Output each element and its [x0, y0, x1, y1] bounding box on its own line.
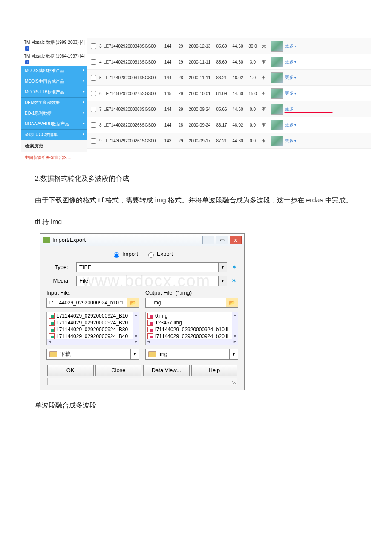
row-thumbnail[interactable]: [271, 120, 283, 130]
scrollbar-horizontal[interactable]: [47, 339, 139, 345]
row-checkbox[interactable]: [91, 75, 96, 81]
input-browse-button[interactable]: 📂: [127, 298, 139, 308]
row-more-link[interactable]: 更多: [283, 43, 299, 49]
list-item[interactable]: 0.img: [146, 312, 238, 319]
row-thumbnail[interactable]: [271, 41, 283, 52]
row-more-link[interactable]: 更多: [283, 138, 299, 144]
catalog-item-tm2[interactable]: TM Mosaic 数据 (1984-1997) [4]i: [21, 52, 87, 66]
catalog-item-modis-china[interactable]: MODIS中国合成产品: [21, 76, 87, 87]
row-id: LE71450292000275SGS00: [102, 91, 161, 96]
row-val-c: 0.0: [246, 123, 259, 127]
type-dropdown-icon[interactable]: ▼: [219, 262, 227, 272]
chevron-down-icon[interactable]: ▼: [130, 349, 139, 359]
catalog-item-modis-land[interactable]: MODIS陆地标准产品: [21, 66, 87, 76]
row-checkbox[interactable]: [91, 107, 96, 112]
table-row[interactable]: 9LE71430292000261SGS00143292000-09-1787.…: [87, 133, 371, 149]
row-thumbnail[interactable]: [271, 57, 283, 67]
chevron-down-icon[interactable]: ▼: [229, 349, 238, 359]
table-row[interactable]: 8LE71440282000268SGS00144282000-09-2486.…: [87, 117, 371, 133]
row-val-c: 3.0: [246, 60, 259, 64]
type-select[interactable]: [76, 262, 219, 272]
dialog-title: Import/Export: [52, 237, 86, 243]
search-history-item[interactable]: 中国新疆维吾尔自治区…: [21, 152, 87, 163]
file-icon: [49, 313, 55, 319]
row-more-link[interactable]: 更多: [283, 59, 299, 65]
row-checkbox[interactable]: [91, 91, 96, 96]
row-more-link[interactable]: 更多: [283, 106, 299, 112]
input-file-label: Input File:: [46, 289, 139, 296]
output-browse-button[interactable]: 📂: [226, 298, 238, 308]
list-item[interactable]: 123457.img: [146, 319, 238, 326]
row-more-link[interactable]: 更多: [283, 122, 299, 128]
scrollbar-vertical[interactable]: [133, 312, 139, 339]
row-thumbnail[interactable]: [271, 104, 283, 115]
scrollbar-horizontal[interactable]: [146, 339, 238, 345]
row-val-b: 44.60: [230, 107, 246, 112]
scrollbar-vertical[interactable]: [232, 312, 238, 339]
row-val-a: 85.66: [213, 107, 230, 112]
dialog-titlebar[interactable]: Import/Export — ▭ x: [40, 234, 244, 246]
row-more-link[interactable]: 更多: [283, 75, 299, 81]
paragraph-tif2img: tif 转 img: [21, 216, 371, 228]
media-reset-icon[interactable]: ✶: [230, 277, 238, 285]
row-val-c: 0.0: [246, 139, 259, 143]
close-button[interactable]: x: [230, 236, 242, 244]
ok-button[interactable]: OK: [47, 365, 94, 376]
row-index: 3: [98, 44, 102, 49]
row-thumbnail[interactable]: [271, 136, 283, 146]
help-button[interactable]: Help: [191, 365, 238, 376]
media-label: Media:: [46, 278, 76, 284]
row-thumbnail[interactable]: [271, 88, 283, 99]
row-thumbnail[interactable]: [271, 72, 283, 83]
row-checkbox[interactable]: [91, 59, 96, 65]
input-dir-select[interactable]: 下载 ▼: [46, 349, 139, 360]
row-val-a: 84.09: [213, 91, 230, 96]
row-checkbox[interactable]: [91, 43, 96, 49]
list-item[interactable]: l71144029_02920000924_b10.ii: [146, 326, 238, 333]
heading-step2: 2.数据格式转化及多波段的合成: [21, 173, 371, 185]
list-item[interactable]: L71144029_02920000924_B30: [47, 326, 139, 333]
row-val-a: 86.17: [213, 123, 230, 127]
data-view-button[interactable]: Data View...: [143, 365, 190, 376]
file-icon: [49, 333, 55, 339]
row-index: 4: [98, 60, 102, 64]
row-have: 有: [259, 122, 269, 128]
maximize-button[interactable]: ▭: [216, 236, 228, 244]
close-dialog-button[interactable]: Close: [95, 365, 142, 376]
catalog-item-dem[interactable]: DEM数字高程数据: [21, 98, 87, 108]
row-more-link[interactable]: 更多: [283, 90, 299, 96]
row-path: 145: [161, 91, 174, 96]
row-checkbox[interactable]: [91, 122, 96, 128]
folder-icon: [49, 351, 57, 357]
media-dropdown-icon[interactable]: ▼: [219, 276, 227, 286]
table-row[interactable]: 6LE71450292000275SGS00145292000-10-0184.…: [87, 86, 371, 101]
input-file-list[interactable]: L71144029_02920000924_B10L71144029_02920…: [46, 312, 139, 345]
catalog-item-eo1[interactable]: EO-1系列数据: [21, 108, 87, 119]
output-dir-select[interactable]: img ▼: [145, 349, 238, 360]
table-row[interactable]: 5LE71440282000316SGS00144282000-11-1186.…: [87, 70, 371, 86]
row-date: 2000-12-13: [187, 44, 213, 49]
row-date: 2000-09-24: [187, 123, 213, 127]
catalog-item-tm1[interactable]: TM Mosaic 数据 (1999-2003) [4]i: [21, 38, 87, 52]
row-have: 有: [259, 106, 269, 112]
import-radio[interactable]: Import: [112, 251, 138, 257]
list-item[interactable]: L71144029_02920000924_B20: [47, 319, 139, 326]
file-icon: [147, 313, 153, 319]
dialog-statusbar: [47, 378, 237, 385]
media-select[interactable]: [76, 276, 219, 286]
list-item[interactable]: L71144029_02920000924_B10: [47, 312, 139, 319]
minimize-button[interactable]: —: [202, 236, 214, 244]
table-row[interactable]: 4LE71440292000316SGS00144292000-11-1185.…: [87, 54, 371, 70]
catalog-item-modis-l1b[interactable]: MODIS L1B标准产品: [21, 87, 87, 98]
output-file-list[interactable]: 0.img123457.imgl71144029_02920000924_b10…: [145, 312, 238, 345]
output-file-field[interactable]: [145, 298, 226, 308]
type-reset-icon[interactable]: ✶: [230, 263, 238, 271]
row-path: 144: [161, 44, 174, 49]
table-row[interactable]: 3LE71440292000348SGS00144292000-12-1385.…: [87, 38, 371, 54]
input-file-field[interactable]: [46, 298, 127, 308]
catalog-item-noaa[interactable]: NOAA AVHRR数据产品: [21, 119, 87, 130]
export-radio[interactable]: Export: [146, 251, 173, 257]
catalog-item-lucc[interactable]: 全球LUCC数据集: [21, 130, 87, 140]
row-checkbox[interactable]: [91, 138, 96, 144]
table-row[interactable]: 7LE71440292000268SGS00144292000-09-2485.…: [87, 101, 371, 117]
